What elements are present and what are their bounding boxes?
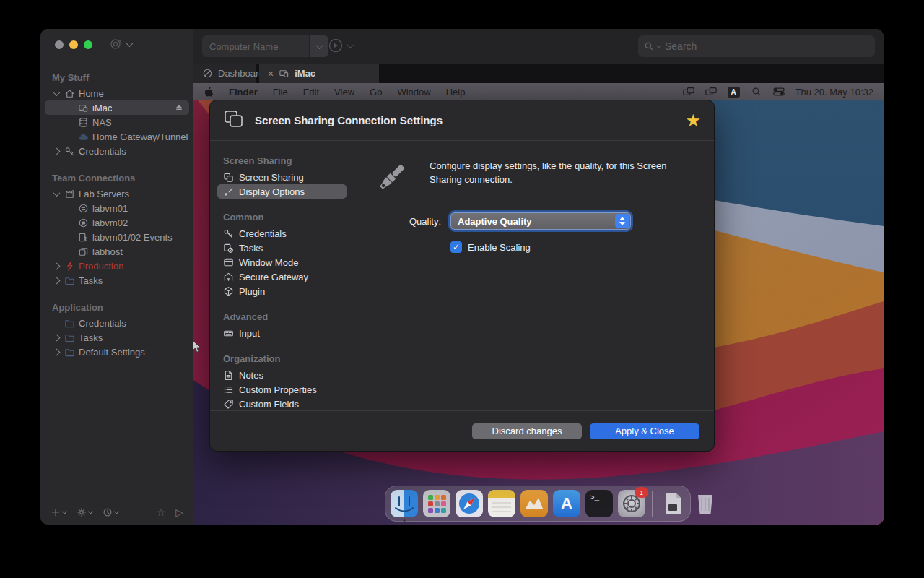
chevron-right-icon[interactable] [53,334,60,341]
menu-file[interactable]: File [273,87,288,98]
menu-edit[interactable]: Edit [303,87,319,98]
sidebar-item-home-gateway[interactable]: Home Gateway/Tunnel [45,129,189,144]
displays-icon[interactable] [705,87,717,97]
nav-item-tasks[interactable]: Tasks [217,241,346,255]
sidebar-item-lab-servers[interactable]: Lab Servers [45,186,189,201]
nav-item-notes[interactable]: Notes [217,368,346,382]
eject-icon[interactable] [175,103,183,113]
royal-tsx-dock-icon[interactable] [520,490,548,517]
discard-changes-button[interactable]: Discard changes [472,423,582,439]
nav-item-input[interactable]: Input [217,326,346,340]
connect-button[interactable] [328,38,353,53]
finder-dock-icon[interactable] [391,490,418,517]
select-stepper-icon [615,214,629,228]
sidebar-item-label: labvm01/02 Events [92,232,173,243]
system-preferences-dock-icon[interactable]: 1 [618,490,645,517]
sidebar-item-labvm01[interactable]: labvm01 [45,201,189,215]
tab-imac[interactable]: × iMac [259,64,379,83]
search-input[interactable] [663,40,869,53]
key-icon [223,228,234,239]
run-icon[interactable]: ▷ [175,506,183,518]
menu-bar-status-items: A Thu 20. May 10:32 [683,87,873,98]
sidebar-item-tasks[interactable]: Tasks [45,273,189,288]
enable-scaling-checkbox[interactable]: ✓ [450,241,462,253]
close-window-button[interactable] [55,40,64,49]
menu-finder[interactable]: Finder [229,87,258,98]
tab-dashboard[interactable]: Dashboard [193,64,256,83]
sidebar-item-label: iMac [92,103,112,113]
sidebar-item-imac[interactable]: iMac [45,100,189,115]
chevron-down-icon[interactable] [53,89,60,96]
nav-item-custom-fields[interactable]: Custom Fields [217,397,346,411]
sidebar-item-labvm-events[interactable]: labvm01/02 Events [45,230,189,244]
document-dock-icon[interactable] [659,490,687,517]
database-icon [78,117,89,128]
notification-badge: 1 [635,487,648,498]
add-button[interactable] [51,507,66,517]
sidebar-item-app-credentials[interactable]: Credentials [45,316,189,330]
computer-name-input[interactable] [202,35,309,57]
sidebar-item-labvm02[interactable]: labvm02 [45,215,189,230]
spotlight-icon[interactable] [751,87,762,97]
sync-button[interactable] [103,507,118,517]
menu-view[interactable]: View [334,87,354,98]
nav-item-display-options[interactable]: Display Options [217,184,346,199]
sidebar-item-home[interactable]: Home [45,86,189,100]
terminal-dock-icon[interactable]: >_ [585,490,613,517]
remote-session-view[interactable]: Finder File Edit View Go Window Help A T… [193,83,884,525]
nav-item-label: Secure Gateway [239,272,308,282]
menu-bar-clock[interactable]: Thu 20. May 10:32 [796,87,873,98]
sidebar-item-credentials[interactable]: Credentials [45,144,189,158]
app-store-dock-icon[interactable]: A [553,490,580,517]
notes-dock-icon[interactable] [488,490,515,517]
launchpad-dock-icon[interactable] [423,490,450,517]
control-center-icon[interactable] [773,87,785,97]
chevron-right-icon[interactable] [53,262,60,269]
dialog-footer: Discard changes Apply & Close [210,410,714,451]
apply-close-button[interactable]: Apply & Close [590,423,699,439]
sidebar-item-label: labhost [92,246,123,257]
connect-target-button[interactable] [110,38,132,51]
settings-button[interactable] [77,507,92,517]
sidebar-item-label: labvm02 [92,217,128,228]
nav-item-custom-properties[interactable]: Custom Properties [217,382,346,397]
menu-go[interactable]: Go [370,87,382,98]
nav-item-label: Display Options [239,186,305,197]
nav-item-screen-sharing[interactable]: Screen Sharing [217,170,346,184]
sidebar-item-production[interactable]: Production [45,259,189,273]
chevron-right-icon[interactable] [53,147,60,155]
screen: My Stuff Home iMac NAS Home Gateway/Tunn… [0,0,924,578]
trash-dock-icon[interactable] [692,490,719,517]
search-field[interactable] [638,35,875,57]
screen-sharing-settings-dialog: Screen Sharing Connection Settings ★ Scr… [209,100,715,452]
menu-window[interactable]: Window [397,87,430,98]
apple-logo-icon[interactable] [204,86,214,98]
safari-dock-icon[interactable] [456,490,483,517]
nav-item-credentials[interactable]: Credentials [217,226,346,241]
menu-help[interactable]: Help [446,87,466,98]
input-source-icon[interactable]: A [728,87,740,98]
zoom-window-button[interactable] [84,40,92,49]
nav-item-secure-gateway[interactable]: Secure Gateway [217,269,346,284]
top-toolbar [193,29,884,64]
quality-select[interactable]: Adaptive Quality [450,212,631,230]
bolt-icon [64,261,75,272]
minimize-window-button[interactable] [69,40,78,49]
sidebar-item-label: Default Settings [79,347,145,358]
chevron-right-icon[interactable] [53,277,60,284]
nav-item-window-mode[interactable]: Window Mode [217,255,346,269]
sidebar-item-default-settings[interactable]: Default Settings [45,345,189,359]
favorite-star-icon[interactable]: ☆ [157,506,166,518]
tag-icon [223,399,234,410]
computer-name-dropdown-button[interactable] [310,35,328,57]
sidebar-item-labhost[interactable]: labhost [45,244,189,259]
sidebar-item-nas[interactable]: NAS [45,115,189,129]
sidebar-item-app-tasks[interactable]: Tasks [45,330,189,345]
close-tab-icon[interactable]: × [268,69,274,79]
enable-scaling-row: ✓ Enable Scaling [450,241,531,253]
chevron-down-icon[interactable] [53,189,60,197]
favorite-star-icon[interactable]: ★ [685,112,701,129]
displays-icon[interactable] [683,87,694,97]
nav-item-plugin[interactable]: Plugin [217,284,346,298]
chevron-right-icon[interactable] [53,348,60,355]
